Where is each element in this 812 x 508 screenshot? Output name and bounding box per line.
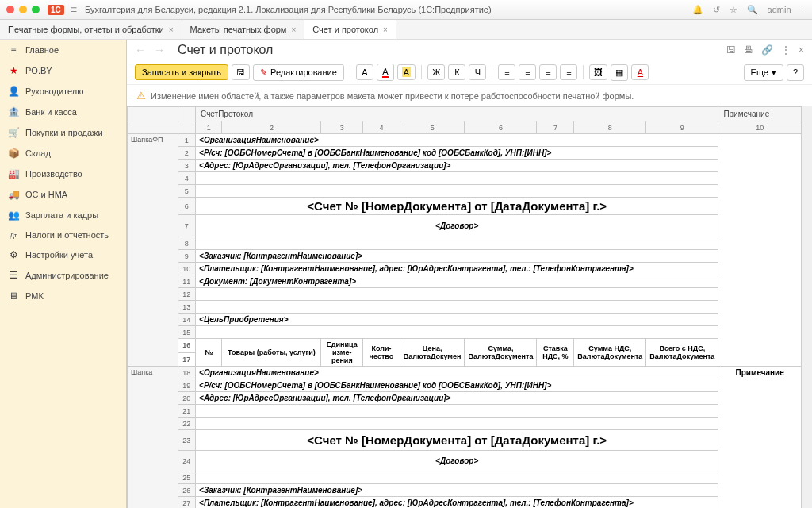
spreadsheet[interactable]: СчетПротоколПримечание 12 34 56 78 910 Ш… [127,106,812,508]
tab-invoice[interactable]: Счет и протокол× [304,20,396,39]
logo-1c: 1С [48,5,64,15]
history-icon[interactable]: ↺ [713,5,720,15]
fill-color-button[interactable]: A [397,64,416,80]
vertical-scrollbar[interactable] [802,106,812,508]
close-page-icon[interactable]: × [799,44,804,56]
bank-icon: 🏦 [8,106,19,117]
tab-print-forms[interactable]: Печатные формы, отчеты и обработки× [0,20,182,39]
align-center-button[interactable]: ≡ [519,64,536,80]
star-icon[interactable]: ☆ [730,5,737,15]
close-icon[interactable]: × [291,25,296,34]
titlebar: 1С ≡ Бухгалтерия для Беларуси, редакция … [0,0,812,20]
factory-icon: 🏭 [8,168,19,179]
align-right-button[interactable]: ≡ [539,64,557,80]
pos-icon: 🖥 [8,291,19,302]
sidebar: ≡Главное ★PO.BY 👤Руководителю 🏦Банк и ка… [0,40,127,508]
sidebar-item-main[interactable]: ≡Главное [0,40,126,60]
admin-icon: ☰ [8,270,19,281]
truck-icon: 🚚 [8,189,19,200]
close-icon[interactable]: × [169,25,174,34]
save-button[interactable]: 🖫 [232,64,250,80]
window-controls[interactable] [6,6,40,13]
warning-bar: ⚠ Изменение имен областей, а также парам… [127,85,812,106]
bold-button[interactable]: Ж [427,64,445,80]
search-icon[interactable]: 🔍 [747,5,758,15]
align-left-button[interactable]: ≡ [498,64,515,80]
font-button[interactable]: A [356,64,373,80]
person-icon: 👤 [8,86,19,97]
cart-icon: 🛒 [8,127,19,138]
star-icon: ★ [8,65,19,76]
tab-templates[interactable]: Макеты печатных форм× [182,20,305,39]
save-icon[interactable]: 🖫 [726,44,736,56]
help-button[interactable]: ? [787,64,804,81]
dt-icon: Дт [8,232,19,239]
sidebar-item-production[interactable]: 🏭Производство [0,164,126,184]
sidebar-item-warehouse[interactable]: 📦Склад [0,143,126,164]
toolbar: Записать и закрыть 🖫 ✎Редактирование A A… [127,60,812,85]
sidebar-item-manager[interactable]: 👤Руководителю [0,81,126,102]
sidebar-item-admin[interactable]: ☰Администрирование [0,265,126,286]
sidebar-item-rmk[interactable]: 🖥РМК [0,286,126,306]
more-button[interactable]: Еще ▾ [744,64,783,81]
user-label[interactable]: admin [768,5,791,14]
sidebar-item-bank[interactable]: 🏦Банк и касса [0,102,126,122]
underline-button[interactable]: Ч [469,64,486,80]
sidebar-item-taxes[interactable]: ДтНалоги и отчетность [0,225,126,244]
borders-button[interactable]: ▦ [611,64,628,81]
clear-fmt-button[interactable]: A [631,64,649,80]
app-title: Бухгалтерия для Беларуси, редакция 2.1. … [85,5,692,14]
people-icon: 👥 [8,210,19,221]
align-justify-button[interactable]: ≡ [560,64,577,80]
box-icon: 📦 [8,148,19,159]
tab-bar: Печатные формы, отчеты и обработки× Маке… [0,20,812,40]
bell-icon[interactable]: 🔔 [692,5,703,15]
more-icon[interactable]: ⋮ [781,44,791,56]
link-icon[interactable]: 🔗 [761,44,773,56]
sidebar-item-salary[interactable]: 👥Зарплата и кадры [0,205,126,225]
image-button[interactable]: 🖼 [589,64,607,80]
italic-button[interactable]: К [448,64,465,80]
minimize-icon[interactable]: − [801,5,806,14]
sidebar-item-poby[interactable]: ★PO.BY [0,60,126,81]
edit-mode-button[interactable]: ✎Редактирование [253,64,344,81]
close-icon[interactable]: × [383,25,388,34]
page-title: Счет и протокол [178,43,273,57]
home-icon: ≡ [8,44,19,56]
font-color-button[interactable]: A [377,64,394,81]
nav-fwd-icon[interactable]: → [154,44,165,56]
sidebar-item-sales[interactable]: 🛒Покупки и продажи [0,122,126,143]
gear-icon: ⚙ [8,249,19,260]
warning-icon: ⚠ [136,90,146,102]
sidebar-item-assets[interactable]: 🚚ОС и НМА [0,184,126,205]
menu-icon[interactable]: ≡ [71,3,77,16]
sidebar-item-settings[interactable]: ⚙Настройки учета [0,244,126,265]
print-icon[interactable]: 🖶 [744,44,753,56]
save-close-button[interactable]: Записать и закрыть [135,64,228,80]
nav-back-icon[interactable]: ← [135,44,146,56]
